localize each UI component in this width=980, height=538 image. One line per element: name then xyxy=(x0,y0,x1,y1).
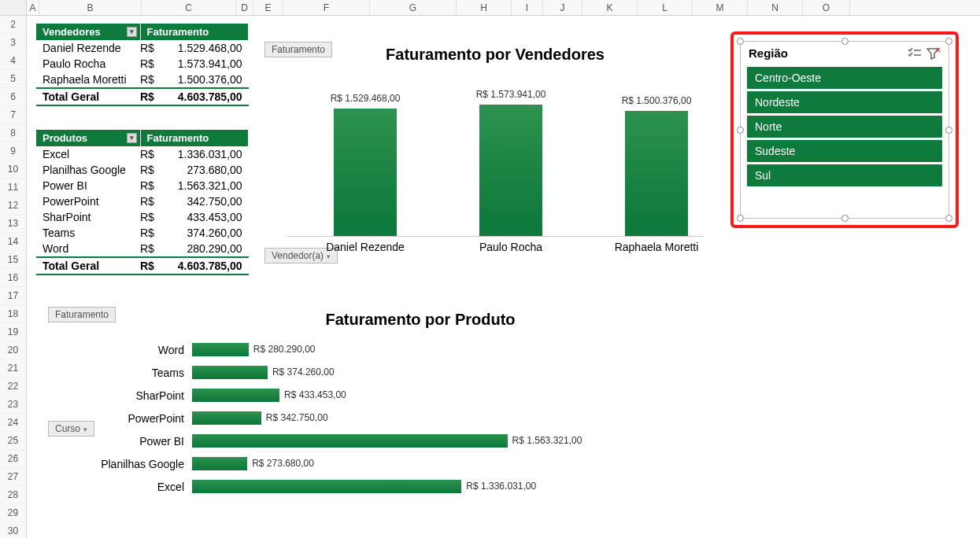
cell[interactable]: Teams xyxy=(36,225,140,241)
cell[interactable]: Raphaela Moretti xyxy=(36,72,140,88)
cell[interactable]: 433.453,00 xyxy=(161,209,249,225)
chart-title: Faturamento por Produto xyxy=(168,311,672,329)
chart-bar xyxy=(192,480,461,493)
cell[interactable]: R$ xyxy=(140,193,161,209)
column-header-N[interactable]: N xyxy=(748,0,803,15)
row-header-30[interactable]: 30 xyxy=(0,522,26,538)
column-header-I[interactable]: I xyxy=(512,0,543,15)
chart-faturamento-vendedores[interactable]: Faturamento por Vendedores R$ 1.529.468,… xyxy=(271,39,719,263)
column-header-L[interactable]: L xyxy=(638,0,693,15)
cell[interactable]: R$ xyxy=(140,178,161,193)
cell[interactable]: 374.260,00 xyxy=(161,225,249,241)
cell[interactable]: R$ xyxy=(140,241,161,257)
annotation-highlight: Região Centro-OesteNordesteNorteSudesteS… xyxy=(730,31,959,228)
row-header-9[interactable]: 9 xyxy=(0,142,26,160)
row-header-7[interactable]: 7 xyxy=(0,106,26,124)
row-header-3[interactable]: 3 xyxy=(0,34,26,52)
cell[interactable]: Planilhas Google xyxy=(36,162,140,178)
cell[interactable]: Power BI xyxy=(36,178,140,193)
row-header-23[interactable]: 23 xyxy=(0,396,26,414)
row-header-5[interactable]: 5 xyxy=(0,70,26,88)
pivot-produtos-header-value[interactable]: Faturamento xyxy=(140,130,249,146)
row-header-6[interactable]: 6 xyxy=(0,88,26,106)
column-header-J[interactable]: J xyxy=(543,0,582,15)
slicer-item[interactable]: Norte xyxy=(747,116,942,138)
row-header-4[interactable]: 4 xyxy=(0,52,26,70)
cell[interactable]: 1.500.376,00 xyxy=(161,72,249,88)
cell[interactable]: 273.680,00 xyxy=(161,162,249,178)
row-header-24[interactable]: 24 xyxy=(0,414,26,432)
row-header-27[interactable]: 27 xyxy=(0,468,26,486)
slicer-item[interactable]: Centro-Oeste xyxy=(747,67,942,89)
column-header-F[interactable]: F xyxy=(283,0,370,15)
dropdown-icon[interactable]: ▾ xyxy=(127,27,137,37)
cell[interactable]: 342.750,00 xyxy=(161,193,249,209)
cell[interactable]: R$ xyxy=(140,162,161,178)
cell[interactable]: 1.563.321,00 xyxy=(161,178,249,193)
cell[interactable]: R$ xyxy=(140,146,161,162)
column-header-M[interactable]: M xyxy=(693,0,748,15)
pivot-produtos-header-name[interactable]: Produtos ▾ xyxy=(36,130,140,146)
column-header-D[interactable]: D xyxy=(236,0,253,15)
cell[interactable]: Word xyxy=(36,241,140,257)
chart-bar xyxy=(192,411,261,425)
chart-faturamento-produto[interactable]: Faturamento por Produto WordR$ 280.290,0… xyxy=(58,311,672,538)
dropdown-icon[interactable]: ▾ xyxy=(127,133,137,143)
pivot-vendedores-header-name[interactable]: Vendedores ▾ xyxy=(36,24,140,40)
column-header-K[interactable]: K xyxy=(582,0,638,15)
row-header-10[interactable]: 10 xyxy=(0,160,26,179)
cell[interactable]: R$ xyxy=(140,72,161,88)
column-header-E[interactable]: E xyxy=(253,0,283,15)
cell[interactable]: 1.573.941,00 xyxy=(161,56,249,72)
pivot-vendedores-header-value[interactable]: Faturamento xyxy=(140,24,249,40)
cell[interactable]: Daniel Rezende xyxy=(36,40,140,56)
row-header-2[interactable]: 2 xyxy=(0,16,26,34)
row-header-11[interactable]: 11 xyxy=(0,179,26,197)
select-all-corner[interactable] xyxy=(0,0,27,15)
row-header-29[interactable]: 29 xyxy=(0,504,26,522)
chart-bar xyxy=(334,109,397,237)
column-header-G[interactable]: G xyxy=(370,0,457,15)
clear-filter-icon[interactable] xyxy=(926,47,941,60)
cell[interactable]: R$ xyxy=(140,225,161,241)
column-header-B[interactable]: B xyxy=(39,0,142,15)
row-header-8[interactable]: 8 xyxy=(0,124,26,142)
multiselect-icon[interactable] xyxy=(908,47,922,60)
row-header-22[interactable]: 22 xyxy=(0,378,26,396)
row-header-20[interactable]: 20 xyxy=(0,341,26,359)
chart-bar xyxy=(192,343,249,356)
slicer-regiao[interactable]: Região Centro-OesteNordesteNorteSudesteS… xyxy=(740,41,949,219)
cell[interactable]: 1.529.468,00 xyxy=(161,40,249,56)
cell[interactable]: 280.290,00 xyxy=(161,241,249,257)
cell[interactable]: PowerPoint xyxy=(36,193,140,209)
cell[interactable]: SharPoint xyxy=(36,209,140,225)
slicer-item[interactable]: Sudeste xyxy=(747,140,942,162)
row-header-12[interactable]: 12 xyxy=(0,197,26,215)
row-header-16[interactable]: 16 xyxy=(0,269,26,287)
column-header-C[interactable]: C xyxy=(142,0,236,15)
row-header-26[interactable]: 26 xyxy=(0,450,26,468)
cell[interactable]: Paulo Rocha xyxy=(36,56,140,72)
cell[interactable]: R$ xyxy=(140,56,161,72)
column-header-A[interactable]: A xyxy=(27,0,39,15)
chart-title: Faturamento por Vendedores xyxy=(271,46,719,64)
row-header-18[interactable]: 18 xyxy=(0,305,26,323)
column-header-O[interactable]: O xyxy=(803,0,850,15)
cell[interactable]: R$ xyxy=(140,209,161,225)
row-header-15[interactable]: 15 xyxy=(0,251,26,269)
row-header-17[interactable]: 17 xyxy=(0,287,26,305)
row-header-21[interactable]: 21 xyxy=(0,359,26,378)
slicer-item[interactable]: Sul xyxy=(747,164,942,186)
cell[interactable]: Excel xyxy=(36,146,140,162)
row-header-13[interactable]: 13 xyxy=(0,215,26,233)
data-label: R$ 1.529.468,00 xyxy=(310,93,420,104)
cell[interactable]: R$ xyxy=(140,40,161,56)
row-header-28[interactable]: 28 xyxy=(0,486,26,504)
row-header-25[interactable]: 25 xyxy=(0,432,26,450)
row-header-14[interactable]: 14 xyxy=(0,233,26,251)
row-header-19[interactable]: 19 xyxy=(0,323,26,341)
column-header-H[interactable]: H xyxy=(457,0,512,15)
cell[interactable]: 1.336.031,00 xyxy=(161,146,249,162)
pivot-vendedores-total-label: Total Geral xyxy=(36,88,140,105)
slicer-item[interactable]: Nordeste xyxy=(747,91,942,113)
